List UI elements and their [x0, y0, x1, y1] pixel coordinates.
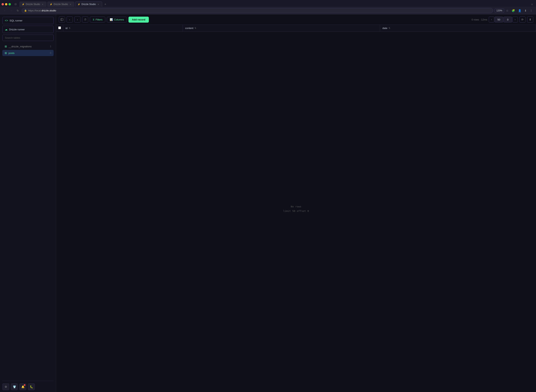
- table-item-migrations[interactable]: ⊞ __drizzle_migrations 1: [2, 43, 54, 50]
- tab-icon-2: ⚡: [50, 3, 52, 6]
- filter-icon: ⧖: [93, 18, 95, 21]
- forward-button[interactable]: →: [9, 8, 14, 13]
- toggle-sidebar-button[interactable]: [59, 16, 65, 23]
- main-toolbar: ‹ › ⏱ ⧖ Filters 📊 Columns Add record: [56, 14, 536, 25]
- sort-icon-content: ⇅: [194, 27, 196, 29]
- browser-chrome: ⊟ ⚡ Drizzle Studio ✕ ⚡ Drizzle Studio ✕ …: [0, 0, 536, 14]
- ssl-icon: 🔒: [24, 9, 27, 12]
- shirt-icon: 👕: [13, 385, 16, 388]
- prev-button[interactable]: ‹: [66, 16, 73, 23]
- reload-button[interactable]: ↻: [15, 8, 20, 13]
- settings-icon: ⚙: [5, 385, 7, 388]
- columns-button[interactable]: 📊 Columns: [107, 17, 127, 22]
- download-icon: ⬇: [529, 18, 531, 21]
- column-name-date: date: [382, 27, 387, 30]
- table-wrapper: id ⇅ content ⇅: [56, 25, 536, 392]
- table-container[interactable]: id ⇅ content ⇅: [56, 25, 536, 392]
- search-tables-input[interactable]: [2, 35, 54, 41]
- notification-button[interactable]: 🔔: [19, 383, 26, 390]
- debug-button[interactable]: 🐛: [28, 383, 35, 390]
- new-tab-button[interactable]: +: [103, 2, 108, 7]
- downloads-button[interactable]: ⬇: [523, 8, 528, 13]
- page-prev-button[interactable]: ‹: [489, 17, 494, 22]
- chevron-right-icon: ›: [77, 18, 78, 21]
- svg-rect-0: [61, 18, 63, 21]
- tab-close-2[interactable]: ✕: [69, 3, 72, 6]
- tab-bar: ⊟ ⚡ Drizzle Studio ✕ ⚡ Drizzle Studio ✕ …: [0, 0, 536, 7]
- url-text: https://local.drizzle.studio: [28, 9, 56, 12]
- toolbar-right: 0 rows · 12ms ‹ › ⟳ ⬇: [472, 16, 533, 23]
- limit-input[interactable]: [495, 17, 503, 22]
- next-button[interactable]: ›: [74, 16, 81, 23]
- tab-icon-1: ⚡: [22, 3, 24, 6]
- refresh-button[interactable]: ⟳: [519, 16, 526, 23]
- history-button[interactable]: ⏱: [82, 16, 88, 23]
- tab-close-1[interactable]: ✕: [41, 3, 44, 6]
- tab-label-3: Drizzle Studio: [81, 3, 96, 6]
- column-header-content[interactable]: content ⇅: [183, 25, 380, 32]
- app-layout: <> SQL runner ☁ Drizzle runner ⊞ __drizz…: [0, 14, 536, 392]
- bookmark-button[interactable]: ☆: [505, 8, 510, 13]
- offset-input[interactable]: [503, 17, 512, 22]
- debug-icon: 🐛: [30, 385, 33, 388]
- data-table: id ⇅ content ⇅: [56, 25, 536, 32]
- settings-button[interactable]: ⚙: [2, 383, 9, 390]
- address-bar: ← → ↻ 🔒 https://local.drizzle.studio 120…: [0, 7, 536, 14]
- extensions-button[interactable]: 🧩: [510, 8, 516, 13]
- tab-label-2: Drizzle Studio: [54, 3, 68, 6]
- close-traffic-light[interactable]: [2, 3, 4, 5]
- sort-icon-id: ⇅: [69, 27, 71, 29]
- column-name-content: content: [185, 27, 194, 30]
- columns-icon: 📊: [110, 18, 113, 21]
- profile-button[interactable]: 👤: [517, 8, 522, 13]
- filters-button[interactable]: ⧖ Filters: [90, 17, 105, 22]
- sidebar: <> SQL runner ☁ Drizzle runner ⊞ __drizz…: [0, 14, 56, 392]
- tab-collapse-button[interactable]: ⊟: [14, 2, 17, 6]
- back-button[interactable]: ←: [2, 8, 7, 13]
- select-all-header[interactable]: [56, 25, 63, 32]
- empty-message: No rows: [283, 204, 309, 209]
- tab-close-3[interactable]: ✕: [97, 3, 100, 6]
- browser-tab-1[interactable]: ⚡ Drizzle Studio ✕: [19, 2, 47, 7]
- drizzle-runner-label: Drizzle runner: [9, 28, 25, 31]
- download-button[interactable]: ⬇: [527, 16, 533, 23]
- tab-label-1: Drizzle Studio: [26, 3, 40, 6]
- add-record-label: Add record: [132, 18, 145, 21]
- toolbar-left: ‹ › ⏱ ⧖ Filters 📊 Columns Add record: [59, 16, 149, 23]
- table-count-migrations: 1: [50, 45, 51, 48]
- minimize-traffic-light[interactable]: [5, 3, 7, 5]
- sql-runner-label: SQL runner: [9, 19, 23, 22]
- columns-label: Columns: [114, 18, 124, 21]
- clock-icon: ⏱: [84, 18, 86, 21]
- table-item-posts[interactable]: ⊞ posts 0: [2, 50, 54, 56]
- maximize-traffic-light[interactable]: [9, 3, 11, 5]
- menu-button[interactable]: ⋮: [529, 8, 534, 13]
- drizzle-runner-button[interactable]: ☁ Drizzle runner: [2, 26, 54, 33]
- add-record-button[interactable]: Add record: [128, 17, 149, 23]
- table-count-posts: 0: [50, 51, 51, 54]
- theme-button[interactable]: 👕: [11, 383, 18, 390]
- table-name-posts: posts: [9, 51, 48, 55]
- browser-tab-2[interactable]: ⚡ Drizzle Studio ✕: [47, 2, 74, 7]
- notification-badge: [24, 384, 25, 386]
- empty-sub-message: limit 50 offset 0: [283, 209, 309, 213]
- column-header-date[interactable]: date ⇅: [380, 25, 536, 32]
- browser-tab-3[interactable]: ⚡ Drizzle Studio ✕: [75, 2, 102, 7]
- table-icon-migrations: ⊞: [5, 45, 7, 48]
- sort-icon-date: ⇅: [389, 27, 390, 29]
- column-name-id: id: [66, 27, 67, 30]
- main-content: ‹ › ⏱ ⧖ Filters 📊 Columns Add record: [56, 14, 536, 392]
- chevron-left-icon: ‹: [69, 18, 70, 21]
- drizzle-runner-icon: ☁: [5, 28, 8, 31]
- browser-toolbar-icons: 120% ☆ 🧩 👤 ⬇ ⋮: [495, 8, 534, 13]
- rows-info: 0 rows · 12ms: [472, 18, 487, 21]
- url-bar[interactable]: 🔒 https://local.drizzle.studio: [22, 8, 493, 13]
- tab-icon-3: ⚡: [78, 3, 80, 6]
- empty-state: No rows limit 50 offset 0: [283, 204, 309, 213]
- column-header-id[interactable]: id ⇅: [63, 25, 183, 32]
- page-next-button[interactable]: ›: [512, 17, 518, 22]
- tab-overflow-button[interactable]: ∨: [530, 2, 534, 6]
- sql-runner-button[interactable]: <> SQL runner: [2, 17, 54, 24]
- select-all-checkbox[interactable]: [58, 27, 61, 29]
- sidebar-toggle-icon: [61, 18, 63, 21]
